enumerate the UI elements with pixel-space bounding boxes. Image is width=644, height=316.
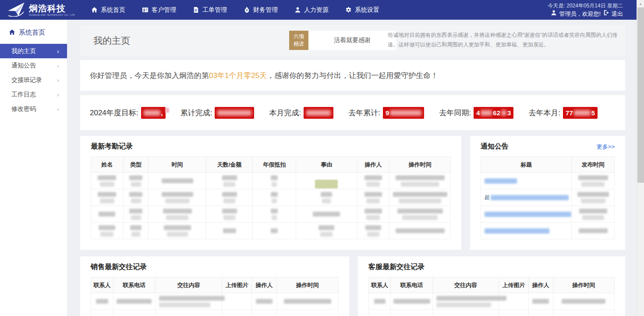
redacted-text xyxy=(579,209,607,213)
sidebar-item-label: 修改密码 xyxy=(11,105,36,113)
stat-item-0: 2024年度目标:, xyxy=(90,107,166,119)
redacted-text xyxy=(131,182,141,187)
stat-value-block xyxy=(304,107,333,119)
badge-line1: 六项 xyxy=(294,33,304,40)
sidebar-item-worklog[interactable]: 工作日志› xyxy=(0,87,67,102)
nav-item-home[interactable]: 系统首页 xyxy=(91,6,125,14)
redacted-text xyxy=(366,199,380,203)
redacted-text xyxy=(271,209,278,213)
attendance-col-header: 操作人 xyxy=(357,157,389,173)
redacted-text xyxy=(436,296,506,301)
redacted-text xyxy=(313,212,340,217)
redacted-value xyxy=(574,110,591,116)
nav-item-settings[interactable]: 系统设置 xyxy=(345,6,379,14)
stat-label: 累计完成: xyxy=(180,108,212,118)
stat-visible-digits: 3 xyxy=(507,109,511,117)
stat-label: 2024年度目标: xyxy=(90,108,138,118)
redacted-text xyxy=(223,228,236,233)
scrollbar-up-arrow[interactable]: ▲ xyxy=(637,0,644,5)
logout-button[interactable]: 退出 xyxy=(603,10,623,18)
redacted-text xyxy=(393,192,447,197)
redacted-text xyxy=(100,182,114,187)
daily-motto: 活着就要感谢 xyxy=(308,31,396,50)
attendance-col-header: 类型 xyxy=(123,157,148,173)
notice-title-link[interactable] xyxy=(481,212,571,217)
redacted-text xyxy=(315,180,338,188)
sales-col-header: 操作时间 xyxy=(276,277,338,293)
attendance-title: 最新考勤记录 xyxy=(91,142,133,151)
nav-item-customer[interactable]: 客户管理 xyxy=(142,6,176,14)
page-scrollbar[interactable]: ▲ xyxy=(637,0,644,316)
notice-title-link[interactable]: 超 xyxy=(481,194,571,201)
redacted-text xyxy=(271,228,278,233)
attendance-table: 姓名类型时间天数/金额年假抵扣事由操作人操作时间 xyxy=(91,156,451,239)
notice-title-link[interactable] xyxy=(481,228,571,234)
redaction-artifact xyxy=(165,108,169,113)
redacted-text xyxy=(163,209,192,213)
notice-row xyxy=(481,173,615,189)
nav-label: 财务管理 xyxy=(253,6,278,14)
chevron-right-icon: › xyxy=(57,62,59,69)
attendance-col-header: 天数/金额 xyxy=(206,157,253,173)
redacted-text xyxy=(320,232,333,237)
sidebar-item-handover[interactable]: 交接班记录› xyxy=(0,73,67,87)
redacted-text xyxy=(117,299,152,304)
page-header-strip: 我的主页 六项 精进 活着就要感谢 坦诚地对目前拥有的东西表示感谢，并将这种感谢… xyxy=(80,25,625,56)
redacted-text xyxy=(402,215,438,220)
nav-item-finance[interactable]: ¥财务管理 xyxy=(244,6,278,14)
moneybag-icon: ¥ xyxy=(244,7,250,13)
redacted-text xyxy=(162,178,193,183)
sales-contacts-panel: 销售最新交往记录 联系人联系电话交往内容上传图片操作人操作时间 xyxy=(80,256,349,316)
sales-row xyxy=(91,310,339,316)
notices-table: 标题发布时间超 xyxy=(481,156,615,239)
redacted-text xyxy=(98,175,116,180)
notice-row xyxy=(481,206,615,223)
gear-icon xyxy=(345,7,352,13)
page-title: 我的主页 xyxy=(93,35,130,47)
attendance-panel: 最新考勤记录 姓名类型时间天数/金额年假抵扣事由操作人操作时间 xyxy=(80,136,461,250)
redacted-text xyxy=(99,225,115,230)
attendance-col-header: 姓名 xyxy=(91,157,124,173)
attendance-row xyxy=(91,173,451,189)
greeting-post: ，感谢你的努力与付出，让我们一起用愛守护生命！ xyxy=(267,71,438,80)
service-col-header: 交往内容 xyxy=(432,277,499,293)
stat-item-4: 去年同期:4623 xyxy=(439,107,513,119)
sidebar-item-my-home[interactable]: 我的主页› xyxy=(0,44,67,58)
sidebar-item-password[interactable]: 修改密码› xyxy=(0,102,67,116)
topbar: 炯浩科技 SCIENCE AND TECHNOLOGY CO., LTD 系统首… xyxy=(0,0,644,20)
redacted-text xyxy=(167,232,188,237)
redacted-text xyxy=(577,192,609,197)
sidebar-item-label: 我的主页 xyxy=(11,47,36,55)
redacted-text xyxy=(436,302,491,307)
redacted-text xyxy=(159,296,225,301)
redacted-text xyxy=(272,215,277,220)
redacted-text xyxy=(284,299,331,304)
scrollbar-thumb[interactable] xyxy=(637,7,644,183)
nav-item-workorder[interactable]: 工单管理 xyxy=(193,6,227,14)
sales-table: 联系人联系电话交往内容上传图片操作人操作时间 xyxy=(91,277,339,316)
sidebar-item-notices[interactable]: 通知公告› xyxy=(0,58,67,73)
topbar-right: 今天是: 2024年05月14日 星期二 管理员，欢迎您! 退出 xyxy=(548,2,644,18)
redacted-text xyxy=(131,199,141,203)
service-title: 客服最新交往记录 xyxy=(368,263,425,272)
nav-label: 系统设置 xyxy=(355,6,379,14)
stat-value-block: 9 xyxy=(383,107,424,119)
notices-more-link[interactable]: 更多>> xyxy=(597,143,615,151)
user-menu[interactable]: 管理员，欢迎您! xyxy=(551,10,601,18)
redacted-text xyxy=(96,299,108,304)
logout-icon xyxy=(603,10,609,18)
stat-visible-digits: 9 xyxy=(386,109,389,117)
notice-title-link[interactable] xyxy=(481,178,571,184)
redacted-text xyxy=(396,175,445,180)
sales-col-header: 操作人 xyxy=(252,277,277,293)
main-content: 我的主页 六项 精进 活着就要感谢 坦诚地对目前拥有的东西表示感谢，并将这种感谢… xyxy=(67,20,644,316)
redacted-text xyxy=(581,199,605,203)
redacted-text xyxy=(166,215,188,220)
nav-item-hr[interactable]: 人力资源 xyxy=(294,6,329,14)
redacted-text xyxy=(397,209,443,213)
redacted-text xyxy=(99,212,115,217)
six-improvements-badge: 六项 精进 xyxy=(289,31,308,50)
sales-col-header: 交往内容 xyxy=(155,277,222,293)
stat-label: 去年本月: xyxy=(528,108,560,118)
redacted-text xyxy=(393,299,430,304)
